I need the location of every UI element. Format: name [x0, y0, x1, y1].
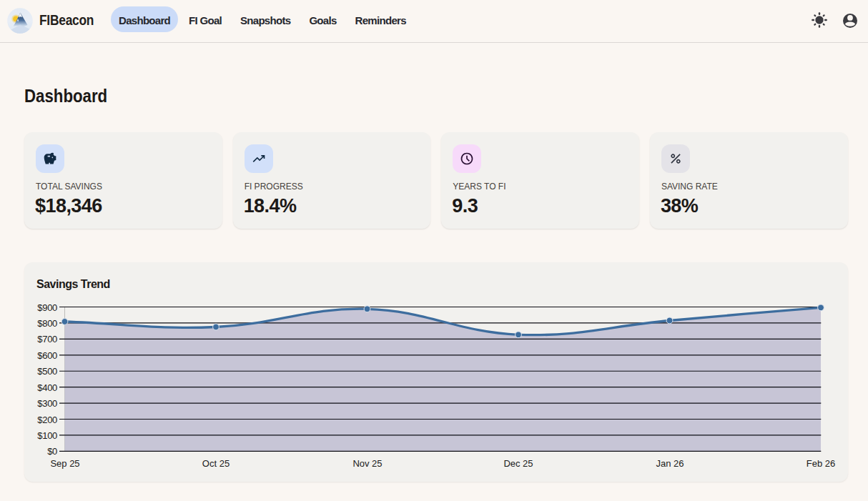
svg-text:$300: $300 [37, 398, 57, 409]
svg-text:$700: $700 [37, 334, 57, 344]
svg-text:$900: $900 [37, 302, 57, 313]
svg-text:$800: $800 [37, 318, 57, 329]
svg-text:Oct 25: Oct 25 [202, 458, 230, 469]
svg-text:Jan 26: Jan 26 [656, 458, 684, 469]
svg-text:$600: $600 [37, 350, 57, 361]
svg-text:$0: $0 [47, 446, 57, 457]
svg-text:$100: $100 [37, 430, 57, 441]
svg-text:$500: $500 [37, 366, 57, 377]
svg-text:Sep 25: Sep 25 [50, 458, 79, 469]
svg-text:$400: $400 [37, 382, 57, 393]
svg-text:Nov 25: Nov 25 [352, 458, 382, 469]
svg-text:Dec 25: Dec 25 [503, 458, 533, 469]
svg-text:Feb 26: Feb 26 [807, 458, 835, 469]
svg-text:$200: $200 [37, 415, 57, 425]
